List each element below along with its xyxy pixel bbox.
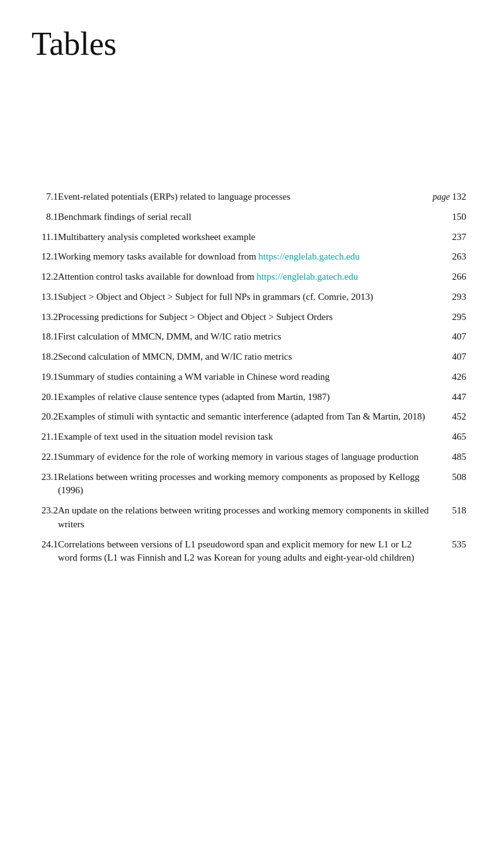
entry-description: Working memory tasks available for downl…	[58, 248, 433, 266]
table-row: 12.2Attention control tasks available fo…	[32, 268, 466, 286]
table-row: 18.1First calculation of MMCN, DMM, and …	[32, 328, 466, 346]
entry-description: Processing predictions for Subject > Obj…	[58, 309, 433, 326]
table-row: 21.1Example of text used in the situatio…	[32, 428, 466, 446]
entry-number: 23.2	[32, 502, 58, 534]
entry-description: Multibattery analysis completed workshee…	[58, 229, 433, 246]
entry-description: An update on the relations between writi…	[58, 502, 433, 534]
entry-number: 11.1	[32, 229, 58, 246]
table-row: 18.2Second calculation of MMCN, DMM, and…	[32, 348, 466, 366]
entry-number: 21.1	[32, 428, 58, 446]
entry-page: 426	[433, 369, 466, 386]
toc-table: 7.1Event-related potentials (ERPs) relat…	[32, 188, 466, 567]
entry-page: 518	[433, 502, 466, 534]
entry-description: Summary of studies containing a WM varia…	[58, 369, 433, 386]
entry-number: 13.2	[32, 309, 58, 326]
entry-page: 535	[433, 536, 466, 568]
entry-number: 13.1	[32, 289, 58, 306]
entry-description: Examples of relative clause sentence typ…	[58, 389, 433, 406]
entry-page: 407	[433, 348, 466, 366]
entry-number: 18.1	[32, 328, 58, 346]
entry-number: 18.2	[32, 348, 58, 366]
table-row: 20.1Examples of relative clause sentence…	[32, 389, 466, 406]
entry-number: 24.1	[32, 536, 58, 568]
entry-description: Event-related potentials (ERPs) related …	[58, 188, 433, 206]
table-row: 24.1Correlations between versions of L1 …	[32, 536, 466, 568]
table-row: 8.1Benchmark findings of serial recall15…	[32, 209, 466, 226]
entry-page: 237	[433, 229, 466, 246]
external-link[interactable]: https://englelab.gatech.edu	[256, 272, 358, 282]
table-row: 11.1Multibattery analysis completed work…	[32, 229, 466, 246]
table-row: 20.2Examples of stimuli with syntactic a…	[32, 408, 466, 426]
table-row: 23.1Relations between writing processes …	[32, 469, 466, 500]
entry-page: 485	[433, 449, 466, 466]
entry-number: 8.1	[32, 209, 58, 226]
entry-description: Second calculation of MMCN, DMM, and W/I…	[58, 348, 433, 366]
entry-page: page 132	[433, 188, 466, 206]
entry-page: 266	[433, 268, 466, 286]
entry-description: Benchmark findings of serial recall	[58, 209, 433, 226]
entry-number: 12.2	[32, 268, 58, 286]
entry-description: Examples of stimuli with syntactic and s…	[58, 408, 433, 426]
table-row: 23.2An update on the relations between w…	[32, 502, 466, 534]
table-row: 19.1Summary of studies containing a WM v…	[32, 369, 466, 386]
external-link[interactable]: https://englelab.gatech.edu	[258, 251, 360, 261]
entry-number: 23.1	[32, 469, 58, 500]
table-row: 13.1Subject > Object and Object > Subjec…	[32, 289, 466, 306]
page-title: Tables	[32, 25, 466, 62]
entry-description: Relations between writing processes and …	[58, 469, 433, 500]
entry-page: 465	[433, 428, 466, 446]
entry-description: Correlations between versions of L1 pseu…	[58, 536, 433, 568]
entry-number: 20.1	[32, 389, 58, 406]
entry-page: 295	[433, 309, 466, 326]
entry-number: 7.1	[32, 188, 58, 206]
entry-description: Summary of evidence for the role of work…	[58, 449, 433, 466]
entry-description: Example of text used in the situation mo…	[58, 428, 433, 446]
table-row: 12.1Working memory tasks available for d…	[32, 248, 466, 266]
table-row: 13.2Processing predictions for Subject >…	[32, 309, 466, 326]
entry-number: 22.1	[32, 449, 58, 466]
entry-number: 20.2	[32, 408, 58, 426]
entry-description: First calculation of MMCN, DMM, and W/IC…	[58, 328, 433, 346]
entry-page: 407	[433, 328, 466, 346]
entry-description: Attention control tasks available for do…	[58, 268, 433, 286]
entry-page: 452	[433, 408, 466, 426]
entry-page: 447	[433, 389, 466, 406]
entry-number: 12.1	[32, 248, 58, 266]
entry-page: 150	[433, 209, 466, 226]
entry-number: 19.1	[32, 369, 58, 386]
entry-description: Subject > Object and Object > Subject fo…	[58, 289, 433, 306]
entry-page: 293	[433, 289, 466, 306]
entry-page: 263	[433, 248, 466, 266]
table-row: 22.1Summary of evidence for the role of …	[32, 449, 466, 466]
entry-page: 508	[433, 469, 466, 500]
table-row: 7.1Event-related potentials (ERPs) relat…	[32, 188, 466, 206]
